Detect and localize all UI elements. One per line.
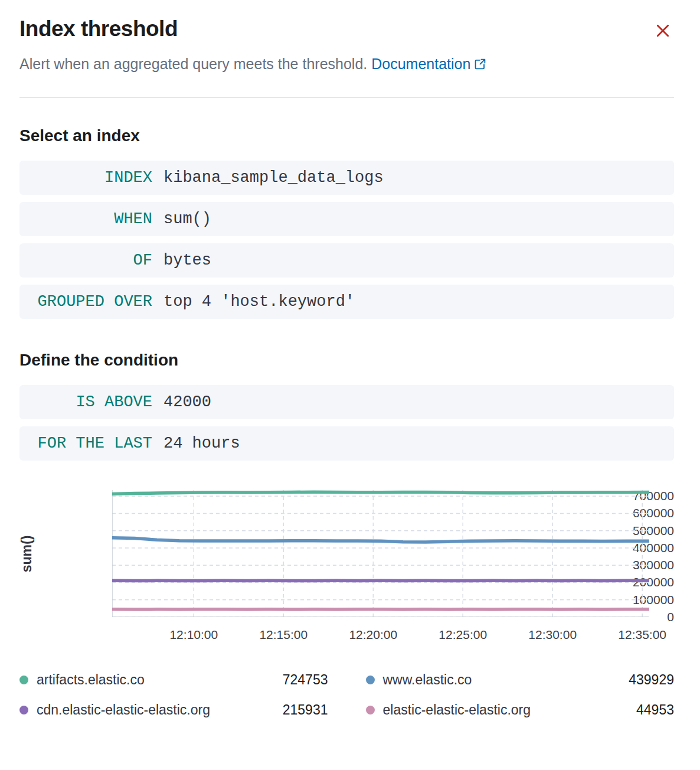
x-axis-tick-label: 12:20:00 bbox=[326, 628, 420, 642]
legend-dot bbox=[366, 706, 375, 714]
legend-label: cdn.elastic-elastic-elastic.org bbox=[37, 702, 210, 718]
legend-item: artifacts.elastic.co 724753 bbox=[19, 672, 328, 688]
legend-label: artifacts.elastic.co bbox=[37, 672, 145, 688]
chart-plot-area bbox=[112, 490, 649, 617]
flyout-header: Index threshold Alert when an aggregated… bbox=[19, 0, 674, 73]
threshold-preview-chart: sum() 0100000200000300000400000500000600… bbox=[19, 484, 674, 651]
close-button[interactable] bbox=[653, 21, 673, 41]
index-expression[interactable]: INDEX kibana_sample_data_logs bbox=[19, 161, 674, 195]
x-axis-tick-label: 12:10:00 bbox=[146, 628, 241, 642]
legend-label: elastic-elastic-elastic.org bbox=[383, 702, 531, 718]
close-icon bbox=[654, 22, 672, 40]
legend-dot bbox=[366, 676, 375, 684]
expression-value: kibana_sample_data_logs bbox=[163, 169, 384, 187]
expression-keyword: INDEX bbox=[19, 169, 152, 187]
expression-value: top 4 'host.keyword' bbox=[163, 293, 355, 311]
expression-value: bytes bbox=[163, 252, 211, 269]
expression-keyword: WHEN bbox=[19, 210, 152, 228]
legend-dot bbox=[19, 706, 28, 714]
select-index-heading: Select an index bbox=[19, 126, 674, 145]
legend-dot bbox=[19, 676, 28, 684]
y-axis-title: sum() bbox=[19, 536, 35, 573]
x-axis-tick-label: 12:25:00 bbox=[416, 628, 510, 642]
page-title: Index threshold bbox=[19, 17, 674, 41]
x-axis-tick-label: 12:30:00 bbox=[505, 628, 600, 642]
expression-value: 24 hours bbox=[163, 435, 240, 452]
grouped-over-expression[interactable]: GROUPED OVER top 4 'host.keyword' bbox=[19, 285, 674, 319]
expression-value: 42000 bbox=[163, 393, 211, 411]
condition-section: Define the condition IS ABOVE 42000 FOR … bbox=[19, 351, 674, 461]
index-threshold-flyout: Index threshold Alert when an aggregated… bbox=[0, 0, 700, 718]
subtitle: Alert when an aggregated query meets the… bbox=[19, 56, 674, 73]
legend-value: 439929 bbox=[629, 672, 674, 688]
chart-legend: artifacts.elastic.co 724753 www.elastic.… bbox=[19, 672, 674, 718]
legend-value: 724753 bbox=[283, 672, 328, 688]
legend-value: 215931 bbox=[283, 702, 328, 718]
subtitle-text: Alert when an aggregated query meets the… bbox=[19, 56, 367, 72]
legend-value: 44953 bbox=[636, 702, 674, 718]
legend-label: www.elastic.co bbox=[383, 672, 472, 688]
expression-keyword: IS ABOVE bbox=[19, 393, 152, 411]
documentation-link[interactable]: Documentation bbox=[371, 56, 486, 72]
expression-keyword: FOR THE LAST bbox=[19, 435, 152, 452]
legend-item: www.elastic.co 439929 bbox=[366, 672, 675, 688]
x-axis-tick-label: 12:15:00 bbox=[236, 628, 331, 642]
expression-keyword: GROUPED OVER bbox=[19, 293, 152, 311]
external-link-icon bbox=[474, 58, 486, 70]
x-axis-tick-label: 12:35:00 bbox=[595, 628, 689, 642]
select-index-section: Select an index INDEX kibana_sample_data… bbox=[19, 126, 674, 319]
divider bbox=[19, 97, 674, 98]
of-expression[interactable]: OF bytes bbox=[19, 243, 674, 278]
legend-item: cdn.elastic-elastic-elastic.org 215931 bbox=[19, 702, 328, 718]
condition-heading: Define the condition bbox=[19, 351, 674, 370]
time-window-expression[interactable]: FOR THE LAST 24 hours bbox=[19, 426, 674, 461]
expression-value: sum() bbox=[163, 210, 211, 228]
threshold-expression[interactable]: IS ABOVE 42000 bbox=[19, 385, 674, 419]
expression-keyword: OF bbox=[19, 252, 152, 269]
legend-item: elastic-elastic-elastic.org 44953 bbox=[366, 702, 675, 718]
when-expression[interactable]: WHEN sum() bbox=[19, 202, 674, 236]
